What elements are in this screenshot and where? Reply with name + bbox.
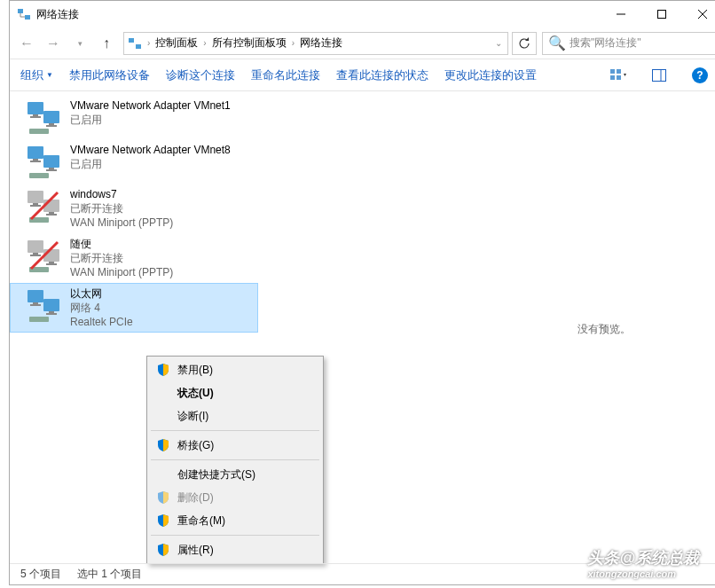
connection-name: windows7 (70, 187, 173, 201)
connection-text: 随便 已断开连接 WAN Miniport (PPTP) (70, 237, 173, 279)
nav-bar: ← → ▾ ↑ › 控制面板 › 所有控制面板项 › 网络连接 ⌄ 🔍 搜索"网… (10, 27, 715, 59)
menu-disable[interactable]: 禁用(B) (149, 358, 321, 381)
svg-rect-46 (30, 304, 41, 306)
svg-rect-27 (29, 173, 49, 178)
network-adapter-icon (26, 187, 63, 224)
svg-rect-36 (28, 240, 43, 253)
organize-button[interactable]: 组织▼ (20, 67, 53, 83)
menu-separator (151, 459, 319, 460)
svg-rect-8 (610, 69, 615, 74)
help-button[interactable]: ? (688, 65, 712, 86)
connection-item[interactable]: VMware Network Adapter VMnet8 已启用 (10, 139, 258, 184)
menu-status[interactable]: 状态(U) (149, 381, 321, 404)
svg-rect-23 (30, 161, 41, 162)
context-menu: 禁用(B) 状态(U) 诊断(I) 桥接(G) 创建快捷方式(S) 删除(D) … (146, 356, 324, 564)
preview-pane-button[interactable] (647, 65, 672, 86)
network-adapter-icon (26, 286, 63, 324)
breadcrumb-item[interactable]: 所有控制面板项 (208, 35, 290, 51)
breadcrumb-item[interactable]: 控制面板 (152, 35, 201, 51)
back-button[interactable]: ← (13, 31, 40, 56)
breadcrumb-item[interactable]: 网络连接 (296, 35, 346, 51)
menu-diagnose[interactable]: 诊断(I) (149, 404, 321, 427)
network-adapter-icon (26, 143, 63, 180)
shield-icon (156, 514, 170, 528)
connection-text: windows7 已断开连接 WAN Miniport (PPTP) (70, 187, 173, 230)
svg-rect-11 (617, 75, 621, 80)
chevron-down-icon[interactable]: ⌄ (493, 38, 504, 48)
svg-rect-22 (33, 159, 38, 161)
view-options-button[interactable] (606, 65, 631, 86)
svg-rect-15 (33, 114, 38, 116)
view-icon (610, 69, 626, 82)
svg-rect-19 (46, 125, 57, 127)
connection-text: VMware Network Adapter VMnet8 已启用 (70, 143, 231, 180)
connection-device: WAN Miniport (PPTP) (70, 216, 173, 230)
svg-rect-32 (49, 212, 54, 214)
maximize-button[interactable] (641, 1, 682, 27)
search-placeholder: 搜索"网络连接" (570, 35, 641, 51)
svg-rect-24 (43, 155, 59, 168)
connection-item[interactable]: windows7 已断开连接 WAN Miniport (PPTP) (10, 184, 258, 233)
svg-rect-29 (33, 203, 38, 205)
menu-bridge[interactable]: 桥接(G) (149, 434, 321, 457)
shield-icon (156, 490, 170, 505)
svg-rect-6 (129, 38, 134, 43)
svg-rect-38 (30, 255, 41, 256)
watermark: 头条@系统总裁 xitongzongcai.com (587, 547, 699, 579)
connection-name: 以太网 (70, 286, 133, 301)
menu-delete[interactable]: 删除(D) (149, 486, 321, 509)
connection-text: 以太网 网络 4 Realtek PCIe (70, 286, 133, 329)
svg-rect-10 (610, 75, 615, 80)
up-button[interactable]: ↑ (93, 31, 120, 56)
connection-device: Realtek PCIe (70, 315, 133, 329)
close-button[interactable] (682, 1, 715, 27)
help-icon: ? (692, 67, 708, 83)
svg-rect-30 (30, 205, 41, 207)
connection-status: 网络 4 (70, 301, 133, 315)
svg-rect-33 (46, 214, 57, 216)
svg-rect-18 (49, 123, 54, 125)
svg-rect-14 (28, 102, 43, 114)
svg-rect-21 (28, 146, 43, 159)
chevron-right-icon: › (290, 38, 296, 48)
connection-status: 已启用 (70, 113, 231, 127)
refresh-icon (518, 37, 530, 50)
svg-rect-1 (25, 15, 30, 20)
svg-rect-45 (33, 302, 38, 304)
svg-rect-26 (46, 169, 57, 171)
rename-button[interactable]: 重命名此连接 (251, 67, 320, 83)
minimize-button[interactable] (601, 1, 641, 27)
connection-name: 随便 (70, 237, 173, 251)
connection-item[interactable]: VMware Network Adapter VMnet1 已启用 (10, 95, 258, 139)
chevron-right-icon: › (145, 38, 152, 48)
svg-rect-3 (658, 11, 666, 19)
view-status-button[interactable]: 查看此连接的状态 (336, 67, 428, 83)
svg-rect-48 (49, 311, 54, 313)
menu-rename[interactable]: 重命名(M) (149, 509, 321, 532)
address-bar[interactable]: › 控制面板 › 所有控制面板项 › 网络连接 ⌄ (123, 32, 508, 55)
toolbar: 组织▼ 禁用此网络设备 诊断这个连接 重命名此连接 查看此连接的状态 更改此连接… (10, 59, 715, 91)
diagnose-button[interactable]: 诊断这个连接 (166, 67, 235, 83)
search-icon: 🔍 (548, 35, 566, 51)
svg-rect-28 (28, 191, 43, 203)
change-settings-button[interactable]: 更改此连接的设置 (444, 67, 537, 83)
svg-rect-44 (28, 290, 43, 302)
shield-icon (156, 363, 170, 377)
recent-dropdown[interactable]: ▾ (67, 31, 93, 56)
disable-device-button[interactable]: 禁用此网络设备 (69, 67, 150, 83)
search-input[interactable]: 🔍 搜索"网络连接" (542, 32, 715, 55)
connection-item[interactable]: 以太网 网络 4 Realtek PCIe (10, 283, 258, 333)
status-selected-count: 选中 1 个项目 (77, 567, 142, 582)
refresh-button[interactable] (512, 32, 537, 55)
svg-rect-16 (30, 116, 41, 118)
connection-status: 已断开连接 (70, 201, 173, 216)
menu-separator (151, 535, 319, 536)
menu-shortcut[interactable]: 创建快捷方式(S) (149, 463, 321, 486)
menu-properties[interactable]: 属性(R) (149, 538, 321, 561)
content-area: VMware Network Adapter VMnet1 已启用 VMware… (10, 91, 715, 563)
status-item-count: 5 个项目 (20, 567, 61, 582)
connection-device: WAN Miniport (PPTP) (70, 265, 173, 279)
titlebar: 网络连接 (10, 1, 715, 27)
forward-button[interactable]: → (40, 31, 67, 56)
connection-item[interactable]: 随便 已断开连接 WAN Miniport (PPTP) (10, 233, 258, 283)
